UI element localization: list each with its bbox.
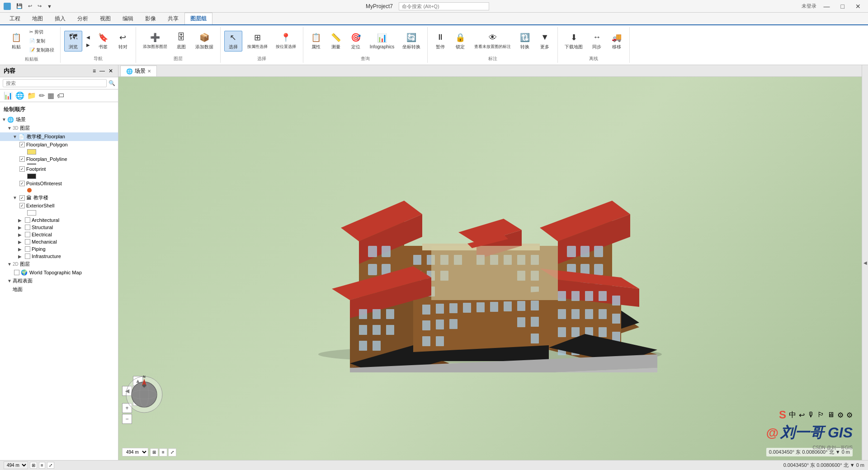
qa-redo[interactable]: ↪ — [36, 2, 43, 10]
sidebar-minimize[interactable]: — — [98, 67, 106, 75]
copy-path-button[interactable]: 📝 复制路径 — [27, 46, 57, 54]
map-viewport[interactable]: N ▲ ◀ ⊕ ▶ ▼ + − — [118, 77, 862, 460]
download-map-button[interactable]: ⬇ 下载地图 — [561, 31, 586, 52]
view-unplaced-button[interactable]: 👁 查看未放置图的标注 — [471, 31, 514, 51]
arch-toggle[interactable]: ▶ — [18, 218, 24, 223]
tab-view[interactable]: 视图 — [94, 13, 117, 24]
elev-toggle[interactable]: ▼ — [7, 278, 13, 283]
mech-checkbox[interactable] — [25, 239, 30, 244]
back-button[interactable]: ◀ — [84, 34, 92, 41]
tree-item-2d-layers[interactable]: ▼ 2D 图层 — [0, 260, 118, 268]
tab-insert[interactable]: 插入 — [49, 13, 71, 24]
sidebar-list-view[interactable]: ≡ — [91, 67, 97, 75]
tab-share[interactable]: 共享 — [162, 13, 184, 24]
jxl-toggle[interactable]: ▼ — [13, 195, 18, 200]
expand-button[interactable]: ⤢ — [168, 448, 176, 456]
tree-item-jxl-floorplan[interactable]: ▼ 📄 教学楼_Floorplan — [0, 132, 118, 141]
scale-dropdown[interactable]: 494 m — [122, 448, 148, 456]
close-button[interactable]: ✕ — [852, 2, 864, 11]
fp-polygon-checkbox[interactable] — [19, 142, 25, 147]
jxl-fp-toggle[interactable]: ▼ — [13, 134, 18, 139]
select-button[interactable]: ↖ 选择 — [224, 31, 242, 52]
sidebar-icon-table[interactable]: 📊 — [4, 91, 13, 100]
infra-checkbox[interactable] — [25, 254, 30, 259]
scene-tab-close[interactable]: ✕ — [147, 69, 151, 74]
browse-button[interactable]: 🗺 浏览 — [64, 31, 82, 52]
sidebar-icon-edit[interactable]: ✏ — [39, 91, 45, 100]
attributes-button[interactable]: 📋 属性 — [307, 31, 325, 52]
scene-toggle[interactable]: ▼ — [2, 117, 7, 122]
footprint-checkbox[interactable] — [19, 166, 25, 172]
tree-item-scene[interactable]: ▼ 🌐 场景 — [0, 115, 118, 124]
sidebar-icon-grid[interactable]: ▦ — [47, 91, 54, 100]
tree-item-structural[interactable]: ▶ Structural — [0, 224, 118, 231]
infra-toggle[interactable]: ▶ — [18, 254, 24, 259]
qa-undo[interactable]: ↩ — [26, 2, 34, 10]
sidebar-search-input[interactable] — [3, 79, 107, 87]
zoom-out-button[interactable]: − — [122, 414, 132, 424]
statusbar-list-btn[interactable]: ≡ — [39, 462, 45, 469]
minimize-button[interactable]: — — [820, 2, 834, 11]
add-data-button[interactable]: 📦 添加数据 — [192, 31, 217, 52]
tree-item-jxl[interactable]: ▼ 🏛 教学楼 — [0, 193, 118, 202]
list-view-button[interactable]: ≡ — [159, 448, 167, 456]
qa-more[interactable]: ▼ — [45, 3, 54, 10]
tree-item-3d-layers[interactable]: ▼ 3D 图层 — [0, 124, 118, 132]
more-label-button[interactable]: ▼ 更多 — [536, 31, 554, 52]
pause-button[interactable]: ⏸ 暂停 — [431, 31, 449, 52]
tab-map[interactable]: 地图 — [26, 13, 49, 24]
grid-view-button[interactable]: ⊞ — [150, 448, 158, 456]
bookmark-button[interactable]: 🔖 书签 — [94, 31, 112, 52]
fp-polyline-checkbox[interactable] — [19, 156, 25, 162]
tree-item-fp-polyline[interactable]: Floorplan_Polyline — [0, 155, 118, 163]
sidebar-icon-tag[interactable]: 🏷 — [57, 92, 64, 100]
qa-save[interactable]: 💾 — [14, 2, 24, 10]
sidebar-icon-globe[interactable]: 🌐 — [15, 91, 24, 100]
arch-checkbox[interactable] — [25, 217, 30, 223]
tree-item-exterior[interactable]: ExteriorShell — [0, 202, 118, 209]
cut-button[interactable]: ✂ 剪切 — [27, 28, 57, 36]
copy-button[interactable]: 📄 复制 — [27, 37, 57, 45]
elec-checkbox[interactable] — [25, 232, 30, 237]
paste-button[interactable]: 📋 粘贴 — [7, 31, 25, 52]
exterior-checkbox[interactable] — [19, 203, 25, 208]
infographics-button[interactable]: 📊 Infographics — [367, 31, 397, 51]
tree-item-architectural[interactable]: ▶ Architectural — [0, 216, 118, 224]
select-by-loc-button[interactable]: 📍 按位置选择 — [273, 31, 299, 51]
pipe-checkbox[interactable] — [25, 246, 30, 252]
tab-analysis[interactable]: 分析 — [71, 13, 94, 24]
statusbar-scale-select[interactable]: 494 m — [4, 461, 28, 469]
tree-item-poi[interactable]: PointsOfInterest — [0, 180, 118, 187]
sidebar-search-button[interactable]: 🔍 — [108, 80, 115, 86]
coord-transform-button[interactable]: 🔄 坐标转换 — [399, 31, 424, 52]
locate-button[interactable]: 🎯 定位 — [347, 31, 365, 52]
add-graphic-layer-button[interactable]: ➕ 添加图形图层 — [140, 31, 170, 51]
tree-item-elevation[interactable]: ▼ 高程表面 — [0, 277, 118, 285]
tree-item-electrical[interactable]: ▶ Electrical — [0, 231, 118, 238]
lock-button[interactable]: 🔒 锁定 — [451, 31, 469, 52]
tree-item-fp-polygon[interactable]: Floorplan_Polygon — [0, 141, 118, 148]
tree-item-infrastructure[interactable]: ▶ Infrastructure — [0, 253, 118, 260]
sidebar-icon-folder[interactable]: 📁 — [27, 91, 36, 100]
tab-layer-group[interactable]: 图层组 — [184, 13, 212, 24]
world-topo-checkbox[interactable] — [14, 270, 19, 275]
scene-tab[interactable]: 🌐 场景 ✕ — [120, 66, 157, 76]
move-button[interactable]: 🚚 移移 — [608, 31, 626, 52]
jxl-checkbox[interactable] — [19, 195, 25, 201]
elec-toggle[interactable]: ▶ — [18, 232, 24, 237]
basemap-button[interactable]: 🗄 底图 — [172, 31, 190, 52]
sidebar-close[interactable]: ✕ — [107, 67, 114, 75]
tree-item-ground[interactable]: 地面 — [0, 285, 118, 294]
sync-button[interactable]: ↔ 同步 — [588, 31, 606, 52]
struct-checkbox[interactable] — [25, 225, 30, 230]
right-panel-collapse[interactable]: ◀ — [862, 65, 868, 460]
tree-item-mechanical[interactable]: ▶ Mechanical — [0, 238, 118, 245]
pipe-toggle[interactable]: ▶ — [18, 247, 24, 252]
tab-imagery[interactable]: 影像 — [139, 13, 162, 24]
3d-toggle[interactable]: ▼ — [7, 126, 13, 131]
command-search[interactable] — [399, 2, 489, 10]
statusbar-grid-btn[interactable]: ⊞ — [30, 462, 37, 469]
poi-checkbox[interactable] — [19, 181, 25, 186]
tab-edit[interactable]: 编辑 — [117, 13, 139, 24]
maximize-button[interactable]: □ — [837, 2, 848, 11]
